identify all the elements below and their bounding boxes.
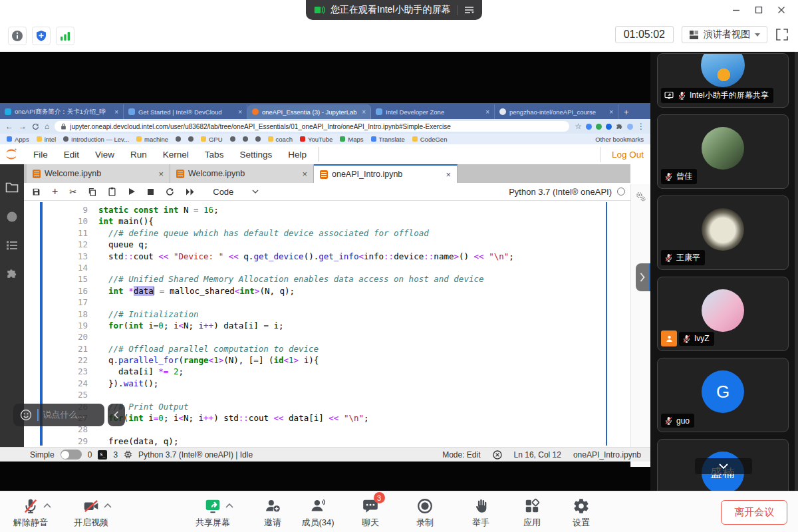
bookmark-item[interactable]: Introduction — Lev... — [63, 136, 129, 143]
chevron-up-icon[interactable] — [225, 503, 233, 508]
tab-close-icon[interactable]: × — [238, 108, 242, 116]
menu-view[interactable]: View — [87, 150, 122, 160]
bookmark-item[interactable]: Translate — [371, 136, 405, 143]
fullscreen-button[interactable] — [775, 28, 789, 41]
tab-close-icon[interactable]: × — [302, 169, 307, 179]
logout-button[interactable]: Log Out — [600, 147, 644, 162]
bookmark-item[interactable] — [176, 136, 181, 142]
restart-kernel-button[interactable] — [166, 188, 174, 196]
back-icon[interactable]: ← — [5, 122, 13, 131]
cursor-position[interactable]: Ln 16, Col 12 — [514, 450, 561, 460]
bookmark-item[interactable]: intel — [37, 136, 56, 143]
tab-close-icon[interactable]: × — [609, 108, 613, 116]
apps-button[interactable]: 应用 — [511, 497, 553, 529]
meeting-info-button[interactable] — [8, 27, 27, 45]
browser-tab[interactable]: pengzhao-intel/oneAPI_course× — [495, 104, 618, 119]
participant-tile[interactable]: IvyZ — [657, 277, 789, 351]
unmute-button[interactable]: 解除静音 — [9, 497, 52, 529]
bookmark-item[interactable]: CodeGen — [412, 136, 448, 143]
bookmark-item[interactable] — [188, 136, 194, 142]
browser-tab[interactable]: oneAPI商务简介：关卡1介绍_哔× — [0, 104, 124, 119]
simple-mode-toggle[interactable] — [61, 450, 82, 460]
settings-button[interactable]: 设置 — [560, 497, 602, 529]
browser-tab[interactable]: Get Started | Intel® DevCloud× — [124, 104, 247, 119]
share-screen-button[interactable]: 共享屏幕 — [192, 497, 234, 529]
cell-type-select[interactable]: Code — [213, 187, 259, 197]
invite-button[interactable]: 邀请 — [251, 497, 294, 529]
minimize-button[interactable] — [725, 1, 747, 19]
bookmark-star-icon[interactable]: ☆ — [575, 122, 582, 131]
home-icon[interactable]: ⌂ — [45, 122, 49, 131]
save-button[interactable] — [32, 188, 41, 196]
run-all-button[interactable] — [186, 188, 195, 196]
tab-close-icon[interactable]: × — [362, 108, 366, 116]
bookmark-item[interactable]: YouTube — [300, 136, 332, 143]
participant-tile[interactable]: Intel小助手的屏幕共享 — [657, 53, 789, 108]
menu-tabs[interactable]: Tabs — [197, 150, 232, 160]
bookmark-item[interactable]: GPU — [201, 136, 223, 143]
copy-cells-button[interactable] — [88, 188, 96, 196]
members-button[interactable]: 成员(34) — [297, 497, 339, 529]
menu-help[interactable]: Help — [280, 150, 315, 160]
leave-meeting-button[interactable]: 离开会议 — [721, 500, 787, 525]
tab-close-icon[interactable]: × — [446, 170, 451, 180]
browser-tab[interactable]: Intel Developer Zone× — [371, 104, 495, 119]
participant-tile[interactable]: 王康平 — [657, 196, 789, 270]
menu-edit[interactable]: Edit — [56, 150, 87, 160]
sidebar-collapse-handle[interactable] — [636, 263, 650, 291]
menu-kernel[interactable]: Kernel — [155, 150, 197, 160]
other-bookmarks[interactable]: Other bookmarks — [595, 136, 644, 143]
bookmark-item[interactable] — [243, 136, 248, 142]
extension-icon[interactable] — [586, 124, 592, 130]
file-browser-icon[interactable] — [5, 182, 19, 194]
cut-cells-button[interactable]: ✂ — [69, 187, 76, 197]
security-shield-icon[interactable] — [32, 27, 51, 45]
document-tab[interactable]: Welcome.ipynb× — [170, 164, 314, 183]
raise-hand-button[interactable]: 举手 — [460, 497, 502, 529]
command-palette-icon[interactable] — [6, 240, 18, 251]
menu-settings[interactable]: Settings — [231, 150, 280, 160]
bookmark-item[interactable]: Maps — [340, 136, 363, 143]
tab-close-icon[interactable]: × — [158, 169, 164, 179]
document-tab[interactable]: oneAPI_Intro.ipynb× — [314, 164, 458, 183]
extension-manager-icon[interactable] — [6, 268, 18, 280]
kernel-indicator[interactable]: Python 3.7 (Intel® oneAPI) — [509, 187, 630, 197]
view-mode-select[interactable]: 演讲者视图 — [682, 26, 767, 43]
scroll-more-indicator[interactable] — [695, 458, 752, 474]
menu-run[interactable]: Run — [122, 150, 155, 160]
bookmark-item[interactable]: machine — [136, 136, 168, 143]
bookmark-item[interactable] — [230, 136, 235, 142]
close-button[interactable] — [770, 1, 793, 19]
reload-icon[interactable] — [32, 123, 39, 130]
browser-menu-icon[interactable]: ⋮ — [637, 122, 645, 131]
banner-menu-icon[interactable] — [464, 6, 474, 14]
url-bar[interactable]: jupyter.oneapi.devcloud.intel.com/user/u… — [55, 121, 569, 132]
terminal-icon[interactable]: S_ — [98, 450, 107, 460]
start-video-button[interactable]: 开启视频 — [70, 497, 112, 529]
chat-input[interactable]: 说点什么... — [13, 404, 104, 426]
tab-close-icon[interactable]: × — [114, 108, 118, 116]
profile-avatar-icon[interactable] — [627, 124, 633, 130]
kernel-status-text[interactable]: Python 3.7 (Intel® oneAPI) | Idle — [138, 450, 253, 460]
bookmark-item[interactable]: coach — [268, 136, 293, 143]
chevron-up-icon[interactable] — [104, 503, 112, 508]
paste-cells-button[interactable] — [108, 187, 116, 196]
tab-close-icon[interactable]: × — [485, 108, 489, 116]
network-signal-icon[interactable] — [56, 27, 74, 45]
extension-icon[interactable] — [596, 124, 602, 130]
notification-icon[interactable] — [493, 450, 502, 460]
running-sessions-icon[interactable] — [6, 211, 18, 223]
bookmark-item[interactable] — [255, 136, 261, 142]
chat-button[interactable]: 3聊天 — [349, 497, 392, 529]
participant-tile[interactable]: 曾佳 — [657, 114, 789, 189]
maximize-button[interactable] — [747, 1, 770, 19]
add-cell-button[interactable]: + — [52, 186, 58, 198]
menu-file[interactable]: File — [25, 150, 56, 160]
stop-kernel-button[interactable] — [147, 188, 154, 196]
record-button[interactable]: 录制 — [404, 497, 446, 529]
forward-icon[interactable]: → — [19, 122, 27, 131]
browser-tab[interactable]: oneAPI_Essentia (3) - JupyterLab× — [247, 104, 371, 119]
bookmark-item[interactable]: Apps — [7, 136, 29, 143]
run-cell-button[interactable] — [128, 188, 136, 196]
emoji-icon[interactable] — [19, 408, 33, 422]
